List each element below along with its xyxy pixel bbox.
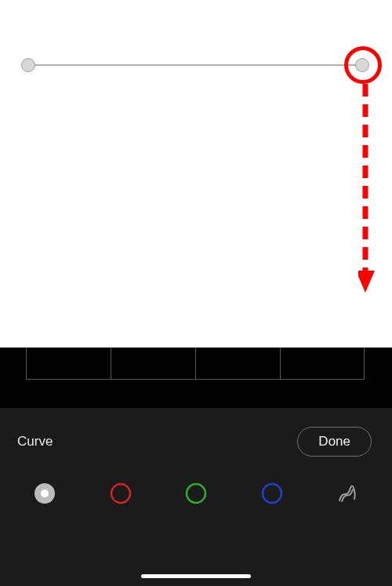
histogram-grid-fragment bbox=[0, 348, 392, 408]
curve-line-segment bbox=[27, 64, 363, 66]
green-channel-button[interactable] bbox=[184, 482, 208, 505]
curve-canvas[interactable] bbox=[0, 0, 392, 348]
svg-point-6 bbox=[263, 484, 281, 503]
grid-line bbox=[111, 348, 111, 380]
svg-point-4 bbox=[111, 484, 130, 503]
svg-point-5 bbox=[187, 484, 205, 503]
parametric-curve-button[interactable] bbox=[336, 482, 359, 505]
parametric-icon bbox=[336, 482, 359, 505]
panel-title: Curve bbox=[17, 434, 53, 450]
svg-marker-1 bbox=[358, 271, 375, 293]
luma-channel-button[interactable] bbox=[33, 482, 56, 505]
annotation-down-arrow bbox=[358, 84, 382, 297]
green-circle-icon bbox=[185, 482, 207, 504]
red-channel-button[interactable] bbox=[109, 482, 132, 505]
curve-panel: Curve Done bbox=[0, 408, 392, 586]
luma-icon bbox=[34, 482, 56, 504]
svg-point-3 bbox=[41, 490, 49, 497]
red-circle-icon bbox=[110, 482, 132, 504]
curve-endpoint-left[interactable] bbox=[21, 58, 35, 72]
blue-channel-button[interactable] bbox=[260, 482, 284, 505]
grid-outline bbox=[26, 348, 365, 380]
done-button[interactable]: Done bbox=[297, 427, 372, 457]
grid-line bbox=[195, 348, 196, 380]
blue-circle-icon bbox=[261, 482, 283, 504]
grid-line bbox=[280, 348, 281, 380]
home-indicator[interactable] bbox=[141, 574, 251, 578]
channel-selector-row bbox=[0, 457, 392, 505]
curve-endpoint-right[interactable] bbox=[355, 58, 369, 72]
panel-header: Curve Done bbox=[0, 408, 392, 457]
